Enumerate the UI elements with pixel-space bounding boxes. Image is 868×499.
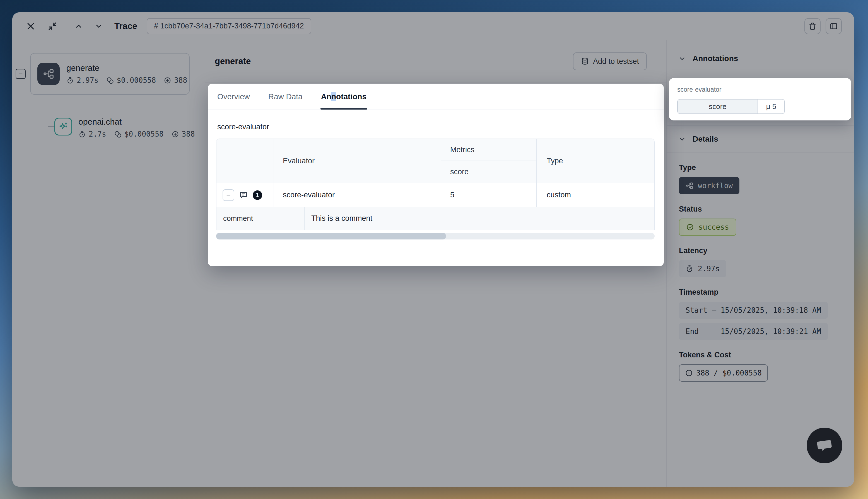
minus-icon bbox=[17, 71, 24, 77]
tree-child-info: openai.chat 2.7s $0.000558 bbox=[79, 117, 195, 138]
collapse-node-button[interactable] bbox=[16, 69, 26, 79]
metric-mean-value: μ 5 bbox=[758, 99, 784, 113]
chevron-down-icon bbox=[678, 135, 686, 143]
plus-circle-icon bbox=[171, 131, 179, 138]
header-cell-metrics: Metrics score bbox=[441, 139, 537, 183]
annotations-section-title: Annotations bbox=[692, 54, 738, 63]
desktop-background: Trace # 1cbb70e7-34a1-7bb7-3498-771b7d46… bbox=[0, 0, 868, 499]
span-tabs-card: Overview Raw Data Annotations score-eval… bbox=[208, 84, 664, 266]
span-title: generate bbox=[215, 56, 251, 66]
chat-support-button[interactable] bbox=[807, 428, 842, 463]
modal-body: generate 2.97s $0.000558 bbox=[12, 40, 854, 487]
chevron-down-icon bbox=[95, 22, 103, 31]
tab-annotations-text: An bbox=[321, 92, 331, 101]
comment-icon bbox=[239, 191, 248, 200]
details-sidebar: Annotations score-evaluator score μ 5 De… bbox=[667, 40, 854, 487]
tree-child-metrics: 2.7s $0.000558 388 bbox=[79, 130, 195, 138]
prev-trace-button[interactable] bbox=[73, 20, 85, 32]
delete-trace-button[interactable] bbox=[804, 18, 821, 34]
topbar: Trace # 1cbb70e7-34a1-7bb7-3498-771b7d46… bbox=[12, 12, 854, 40]
stopwatch-icon bbox=[686, 265, 694, 273]
tree-node-openai-chat[interactable]: openai.chat 2.7s $0.000558 bbox=[55, 117, 195, 138]
workflow-node-tile bbox=[37, 63, 60, 85]
chat-bubble-icon bbox=[815, 437, 834, 454]
details-fields: Type workflow Status success bbox=[667, 153, 854, 382]
status-label: Status bbox=[679, 205, 842, 214]
collapse-row-button[interactable] bbox=[222, 189, 234, 201]
timestamp-end-badge: End — 15/05/2025, 10:39:21 AM bbox=[679, 323, 828, 340]
comment-count-badge[interactable]: 1 bbox=[253, 191, 262, 200]
timestamp-start-badge: Start — 15/05/2025, 10:39:18 AM bbox=[679, 302, 828, 319]
table-row: 1 score-evaluator 5 custom bbox=[216, 183, 654, 207]
evaluator-section-title: score-evaluator bbox=[217, 123, 655, 131]
chevron-up-icon bbox=[74, 22, 83, 31]
table-header: Evaluator Metrics score bbox=[216, 139, 654, 183]
check-circle-icon bbox=[686, 223, 694, 231]
annotations-section-toggle[interactable]: Annotations bbox=[667, 54, 738, 63]
latency-metric: 2.7s bbox=[79, 130, 106, 138]
coins-icon bbox=[114, 131, 122, 138]
next-trace-button[interactable] bbox=[93, 20, 105, 32]
tree-node-generate[interactable]: generate 2.97s $0.000558 bbox=[30, 53, 190, 95]
tab-overview[interactable]: Overview bbox=[217, 84, 250, 110]
sparkle-icon bbox=[58, 122, 68, 132]
row-evaluator-cell: score-evaluator bbox=[274, 183, 441, 207]
section-divider bbox=[667, 125, 854, 126]
minimize-button[interactable] bbox=[46, 20, 59, 32]
trace-tree-panel: generate 2.97s $0.000558 bbox=[12, 40, 205, 487]
add-to-testset-label: Add to testset bbox=[593, 57, 639, 66]
row-actions-cell: 1 bbox=[216, 183, 274, 207]
metric-name-segment[interactable]: score bbox=[678, 99, 758, 113]
annotation-metric-pill: score μ 5 bbox=[677, 99, 785, 114]
cost-metric: $0.000558 bbox=[114, 130, 164, 138]
annotations-table: Evaluator Metrics score bbox=[216, 138, 655, 230]
tab-annotations-selected-text: n bbox=[331, 92, 336, 101]
span-header: generate Add to testset bbox=[205, 40, 666, 83]
stopwatch-icon bbox=[79, 131, 86, 138]
details-section-toggle[interactable]: Details bbox=[667, 135, 718, 144]
stopwatch-icon bbox=[67, 77, 74, 84]
trace-id-badge[interactable]: # 1cbb70e7-34a1-7bb7-3498-771b7d46d942 bbox=[147, 18, 311, 34]
tree-node-title: generate bbox=[67, 63, 187, 73]
tokens-cost-badge: 388 / $0.000558 bbox=[679, 364, 768, 382]
minus-icon bbox=[225, 192, 231, 198]
trace-modal: Trace # 1cbb70e7-34a1-7bb7-3498-771b7d46… bbox=[12, 12, 854, 487]
annotation-evaluator-label: score-evaluator bbox=[677, 86, 843, 93]
timestamp-start-value: — 15/05/2025, 10:39:18 AM bbox=[712, 306, 821, 315]
close-icon bbox=[26, 22, 35, 31]
details-section-title: Details bbox=[692, 135, 718, 144]
comment-value-cell: This is a comment bbox=[304, 207, 654, 230]
topbar-actions bbox=[804, 18, 842, 34]
panel-layout-icon bbox=[830, 22, 838, 31]
timestamp-end-key: End bbox=[686, 327, 707, 336]
tab-annotations[interactable]: Annotations bbox=[321, 84, 366, 110]
latency-badge: 2.97s bbox=[679, 260, 726, 277]
tree-child-title: openai.chat bbox=[79, 117, 195, 126]
tree-node-metrics: 2.97s $0.000558 388 bbox=[67, 76, 187, 84]
comment-label-cell: comment bbox=[216, 207, 304, 230]
header-cell-actions bbox=[216, 139, 274, 183]
chevron-down-icon bbox=[678, 55, 686, 62]
row-score-cell: 5 bbox=[441, 183, 537, 207]
plus-circle-icon bbox=[685, 369, 693, 377]
toggle-sidebar-button[interactable] bbox=[825, 18, 842, 34]
type-label: Type bbox=[679, 163, 842, 172]
llm-node-tile bbox=[55, 118, 72, 135]
latency-label: Latency bbox=[679, 246, 842, 255]
comment-row: comment This is a comment bbox=[216, 207, 654, 230]
horizontal-scrollbar[interactable] bbox=[216, 233, 655, 240]
tab-raw-data[interactable]: Raw Data bbox=[268, 84, 303, 110]
tree-connector-horizontal bbox=[48, 126, 55, 126]
header-metric-score: score bbox=[441, 161, 537, 183]
close-button[interactable] bbox=[25, 20, 37, 32]
comment-button[interactable] bbox=[239, 191, 248, 200]
tokens-metric: 388 bbox=[171, 130, 195, 138]
page-title: Trace bbox=[114, 21, 137, 31]
database-icon bbox=[581, 57, 589, 65]
header-cell-type: Type bbox=[537, 139, 654, 183]
add-to-testset-button[interactable]: Add to testset bbox=[573, 52, 647, 70]
scrollbar-thumb[interactable] bbox=[216, 233, 446, 240]
header-metrics-group: Metrics bbox=[441, 139, 537, 161]
row-type-cell: custom bbox=[537, 183, 654, 207]
coins-icon bbox=[106, 77, 114, 84]
